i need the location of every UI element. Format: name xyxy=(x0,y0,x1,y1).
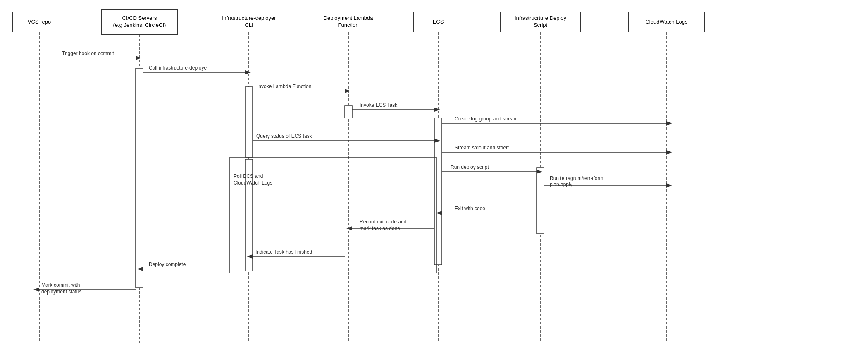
svg-marker-26 xyxy=(666,150,672,154)
svg-marker-22 xyxy=(666,121,672,125)
msg-label-1: Trigger hook on commit xyxy=(62,50,114,56)
msg-label-12: Indicate Task has finished xyxy=(255,249,312,255)
actor-cicd-label: CI/CD Servers(e.g Jenkins, CircleCI) xyxy=(113,15,166,29)
svg-rect-10 xyxy=(345,106,352,118)
svg-rect-12 xyxy=(537,168,544,234)
actor-cicd: CI/CD Servers(e.g Jenkins, CircleCI) xyxy=(101,9,178,35)
actor-ecs-label: ECS xyxy=(433,19,444,26)
actor-cloudwatch: CloudWatch Logs xyxy=(628,12,705,32)
actor-vcs: VCS repo xyxy=(12,12,66,32)
msg-label-2: Call infrastructure-deployer xyxy=(149,65,208,71)
actor-script-label: Infrastrucrture DeployScript xyxy=(515,15,566,29)
msg-label-9a: Run terragrunt/terraform xyxy=(550,175,603,181)
loop-label-a: Poll ECS and xyxy=(234,173,263,179)
svg-marker-34 xyxy=(346,226,352,230)
msg-label-11a: Record exit code and xyxy=(360,219,406,225)
sequence-diagram: Trigger hook on commit Call infrastructu… xyxy=(0,0,868,355)
msg-label-14b: deployment status xyxy=(41,289,81,295)
actor-script: Infrastrucrture DeployScript xyxy=(500,12,581,32)
svg-marker-16 xyxy=(245,70,251,74)
msg-label-7: Stream stdout and stderr xyxy=(455,145,509,151)
svg-marker-20 xyxy=(434,108,440,112)
actor-cli-label: infrastructure-deployerCLI xyxy=(222,15,276,29)
msg-label-8: Run deploy script xyxy=(451,164,489,170)
actor-vcs-label: VCS repo xyxy=(28,19,51,26)
actor-cloudwatch-label: CloudWatch Logs xyxy=(645,19,687,26)
actor-lambda: Deployment LambdaFunction xyxy=(310,12,386,32)
msg-label-13: Deploy complete xyxy=(149,261,186,267)
msg-label-6: Query status of ECS task xyxy=(256,133,312,139)
svg-marker-30 xyxy=(666,183,672,187)
msg-label-3: Invoke Lambda Function xyxy=(257,84,311,89)
svg-rect-7 xyxy=(136,68,143,288)
actor-cli: infrastructure-deployerCLI xyxy=(211,12,287,32)
actor-lambda-label: Deployment LambdaFunction xyxy=(324,15,373,29)
loop-label-b: CloudWatch Logs xyxy=(234,180,272,186)
msg-label-4: Invoke ECS Task xyxy=(360,102,398,108)
msg-label-14a: Mark commit with xyxy=(41,282,80,288)
msg-label-11b: mark task as done xyxy=(360,225,400,231)
msg-label-9b: plan/apply xyxy=(550,182,572,187)
msg-label-10: Exit with code xyxy=(455,206,485,211)
svg-rect-8 xyxy=(245,87,253,157)
actor-ecs: ECS xyxy=(413,12,463,32)
svg-marker-40 xyxy=(33,288,39,292)
diagram-svg: Trigger hook on commit Call infrastructu… xyxy=(0,0,868,355)
svg-marker-18 xyxy=(345,89,351,93)
msg-label-5: Create log group and stream xyxy=(455,116,518,122)
svg-marker-14 xyxy=(136,56,141,60)
